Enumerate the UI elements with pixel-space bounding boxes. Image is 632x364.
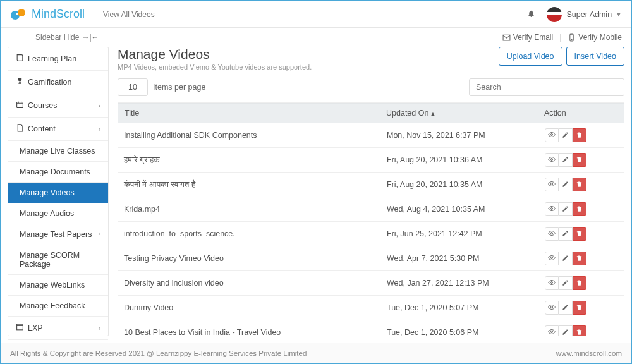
nav-learning-plan[interactable]: Learning Plan	[8, 47, 108, 71]
delete-button[interactable]	[573, 128, 586, 142]
upload-video-button[interactable]: Upload Video	[499, 47, 562, 66]
cell-updated: Wed, Apr 7, 2021 5:30 PM	[380, 249, 538, 268]
table-row: हमारे ग्राहक Fri, Aug 20, 2021 10:36 AM	[118, 148, 624, 173]
edit-button[interactable]	[559, 301, 573, 315]
avatar	[547, 7, 562, 22]
table-row: 10 Best Places to Visit in India - Trave…	[118, 320, 624, 336]
brand-logo[interactable]: MindScroll	[10, 8, 85, 21]
subnav-manage-scorm-package[interactable]: Manage SCORM Package	[8, 245, 108, 275]
brand-name: MindScroll	[32, 8, 85, 21]
footer: All Rights & Copyright are Reserved 2021…	[1, 343, 631, 363]
eye-icon	[548, 303, 556, 312]
view-button[interactable]	[545, 128, 559, 142]
nav-courses[interactable]: Courses›	[8, 94, 108, 118]
svg-rect-5	[17, 102, 23, 108]
cell-updated: Fri, Jun 25, 2021 12:42 PM	[380, 224, 538, 243]
cell-title: कंपनी में आपका स्वागत है	[118, 175, 380, 195]
edit-button[interactable]	[559, 325, 573, 336]
view-all-videos-link[interactable]: View All Videos	[103, 10, 155, 19]
caret-down-icon: ▼	[616, 11, 622, 18]
view-button[interactable]	[545, 202, 559, 216]
cell-action	[538, 222, 624, 246]
cell-title: introduction_to_sports_science.	[118, 224, 380, 243]
delete-button[interactable]	[573, 252, 586, 265]
delete-button[interactable]	[573, 276, 586, 290]
edit-button[interactable]	[559, 252, 573, 265]
view-button[interactable]	[545, 301, 559, 315]
col-title[interactable]: Title	[118, 104, 380, 123]
eye-icon	[548, 155, 556, 164]
cell-updated: Fri, Aug 20, 2021 10:36 AM	[380, 150, 538, 169]
trash-icon	[576, 329, 583, 337]
insert-video-button[interactable]: Insert Video	[566, 47, 624, 66]
table-row: Installing Additional SDK Components Mon…	[118, 123, 624, 148]
view-button[interactable]	[545, 325, 559, 336]
svg-point-1	[18, 9, 25, 16]
edit-button[interactable]	[559, 202, 573, 216]
delete-button[interactable]	[573, 227, 586, 241]
table-row: Testing Privacy Vimeo Video Wed, Apr 7, …	[118, 246, 624, 271]
search-input[interactable]	[469, 78, 624, 96]
pencil-icon	[562, 205, 569, 214]
edit-button[interactable]	[559, 178, 573, 191]
delete-button[interactable]	[573, 301, 586, 315]
eye-icon	[548, 254, 556, 263]
subnav-manage-weblinks[interactable]: Manage WebLinks	[8, 275, 108, 296]
svg-point-10	[551, 159, 553, 161]
subnav-manage-audios[interactable]: Manage Audios	[8, 203, 108, 224]
table-row: कंपनी में आपका स्वागत है Fri, Aug 20, 20…	[118, 173, 624, 197]
view-button[interactable]	[545, 252, 559, 265]
main-content: Manage Videos MP4 Videos, embeded Viemo …	[109, 47, 624, 336]
view-button[interactable]	[545, 178, 559, 191]
cell-title: Testing Privacy Vimeo Video	[118, 249, 380, 268]
cell-updated: Mon, Nov 15, 2021 6:37 PM	[380, 126, 538, 145]
trash-icon	[576, 279, 583, 288]
videos-table: Title Updated On▲ Action Installing Addi…	[118, 102, 624, 336]
chevron-right-icon: ›	[99, 230, 100, 237]
items-per-page-label: Items per page	[153, 83, 205, 92]
eye-icon	[548, 180, 556, 189]
pencil-icon	[562, 181, 569, 189]
verify-mobile-link[interactable]: Verify Mobile	[568, 33, 622, 42]
table-header: Title Updated On▲ Action	[118, 103, 624, 123]
bell-icon[interactable]	[527, 9, 535, 20]
subnav-manage-videos[interactable]: Manage Videos	[8, 183, 108, 203]
mobile-icon	[568, 33, 576, 42]
user-menu[interactable]: Super Admin ▼	[547, 7, 622, 22]
delete-button[interactable]	[573, 178, 586, 191]
pencil-icon	[562, 131, 569, 140]
nav-gamification[interactable]: Gamification	[8, 71, 108, 94]
edit-button[interactable]	[559, 227, 573, 241]
window-icon	[16, 323, 24, 333]
trash-icon	[576, 156, 583, 164]
nav-content[interactable]: Content›	[8, 118, 108, 141]
view-button[interactable]	[545, 276, 559, 290]
items-per-page-input[interactable]	[118, 78, 148, 96]
col-updated[interactable]: Updated On▲	[380, 104, 538, 123]
pencil-icon	[562, 156, 569, 164]
cell-action	[538, 197, 624, 221]
chevron-right-icon: ›	[99, 126, 100, 133]
nav-lxp[interactable]: LXP›	[8, 317, 108, 340]
trophy-icon	[16, 77, 24, 87]
delete-button[interactable]	[573, 325, 586, 336]
cell-action	[538, 173, 624, 197]
edit-button[interactable]	[559, 153, 573, 167]
edit-button[interactable]	[559, 276, 573, 290]
subnav-manage-feedback[interactable]: Manage Feedback	[8, 296, 108, 317]
subnav-manage-test-papers[interactable]: Manage Test Papers›	[8, 224, 108, 245]
svg-point-9	[551, 134, 553, 136]
subnav-manage-documents[interactable]: Manage Documents	[8, 162, 108, 183]
view-button[interactable]	[545, 153, 559, 167]
trash-icon	[576, 181, 583, 189]
verify-email-link[interactable]: Verify Email	[502, 33, 553, 42]
svg-point-11	[551, 183, 553, 185]
subnav-manage-live-classes[interactable]: Manage Live Classes	[8, 141, 108, 162]
edit-button[interactable]	[559, 128, 573, 142]
pencil-icon	[562, 329, 569, 337]
sidebar-hide-toggle[interactable]: Sidebar Hide →|←	[35, 33, 99, 42]
delete-button[interactable]	[573, 153, 586, 167]
delete-button[interactable]	[573, 202, 586, 216]
view-button[interactable]	[545, 227, 559, 241]
calendar-icon	[16, 100, 24, 111]
